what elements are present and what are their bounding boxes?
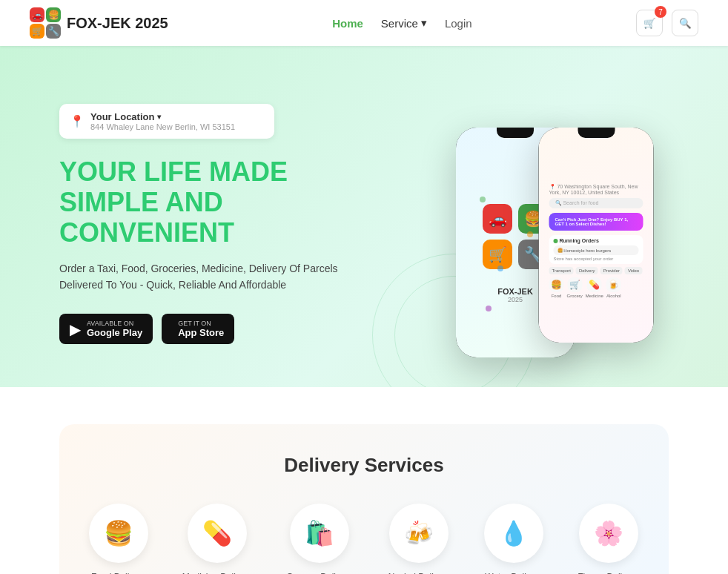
flower-delivery-icon: 🌸 — [594, 519, 623, 547]
search-icon: 🔍 — [679, 18, 692, 29]
google-play-icon: ▶ — [70, 320, 81, 338]
service-circle-medicine: 💊 — [188, 504, 247, 563]
service-circle-alcohol: 🍻 — [389, 504, 449, 563]
delivery-card: Delivery Services 🍔 Food Delivery 💊 Medi… — [59, 424, 669, 574]
p2-search-bar: 🔍 Search for food — [549, 198, 643, 208]
delivery-section-title: Delivery Services — [89, 454, 639, 477]
p2-order-item: 🍔 Homestyle hero burgers — [554, 245, 639, 255]
service-item-medicine: 💊 Medicine Delivery — [182, 504, 253, 574]
search-button[interactable]: 🔍 — [672, 10, 698, 36]
grocery-delivery-icon: 🛍️ — [305, 519, 334, 547]
p2-order-status: Store has accepted your order — [554, 257, 639, 261]
p2-running-title: Running Orders — [554, 238, 639, 243]
hero-title-line2: SIMPLE AND — [59, 187, 371, 217]
service-item-alcohol: 🍻 Alcohol Delivery — [387, 504, 451, 574]
location-address: 844 Whaley Lane New Berlin, WI 53151 — [90, 122, 235, 131]
phone-notch-main — [497, 128, 534, 138]
running-dot-icon — [554, 239, 558, 243]
p2-cat-transport: Transport — [549, 267, 574, 274]
service-item-grocery: 🛍️ Grocery Delivery — [286, 504, 352, 574]
water-delivery-icon: 💧 — [499, 519, 529, 547]
google-play-big: Google Play — [87, 327, 142, 338]
p2-categories: Transport Delivery Provider Video — [549, 267, 643, 274]
service-label: Service — [381, 17, 418, 30]
p2-food-alcohol: 🍺 Alcohol — [606, 277, 621, 298]
location-pin-icon: 📍 — [70, 114, 85, 128]
logo-tile-2: 🍔 — [46, 7, 61, 22]
logo-tile-1: 🚗 — [30, 7, 44, 22]
location-chevron-icon: ▾ — [157, 113, 161, 121]
cart-icon: 🛒 — [643, 18, 656, 29]
hero-title-line3: CONVENIENT — [59, 217, 371, 248]
service-item-food: 🍔 Food Delivery — [89, 504, 148, 574]
medicine-icon: 💊 — [587, 277, 602, 292]
p2-promo-banner: Can't Pick Just One? Enjoy BUY 1, GET 1 … — [549, 213, 643, 231]
p2-cat-video: Video — [625, 267, 642, 274]
food-icon: 🍔 — [549, 277, 564, 292]
nav-login[interactable]: Login — [445, 17, 472, 30]
service-icons-grid: 🍔 Food Delivery 💊 Medicine Delivery 🛍️ G… — [89, 504, 639, 574]
service-circle-flower: 🌸 — [579, 504, 638, 563]
medicine-delivery-icon: 💊 — [202, 519, 232, 547]
service-circle-grocery: 🛍️ — [290, 504, 349, 563]
location-input[interactable]: 📍 Your Location ▾ 844 Whaley Lane New Be… — [59, 104, 274, 139]
grocery-icon: 🛒 — [567, 277, 582, 292]
p2-running-orders: Running Orders 🍔 Homestyle hero burgers … — [549, 235, 643, 264]
logo-tile-4: 🔧 — [46, 24, 61, 39]
google-play-small: AVAILABLE ON — [87, 320, 142, 327]
phone-mockup-secondary: 📍 70 Washington Square South, New York, … — [539, 128, 654, 343]
app-store-button[interactable]: GET IT ON App Store — [162, 314, 234, 344]
phone-notch-secondary — [578, 128, 615, 138]
hero-phones: 🚗 🍔 🛒 🔧 FOX-JEK 2025 📍 70 Washington Squ… — [371, 83, 684, 365]
service-circle-food: 🍔 — [89, 504, 148, 563]
p2-location-header: 📍 70 Washington Square South, New York, … — [549, 184, 643, 195]
location-text: Your Location ▾ 844 Whaley Lane New Berl… — [90, 111, 235, 131]
logo-icon: 🚗 🍔 🛒 🔧 — [30, 7, 61, 39]
app-store-small: GET IT ON — [178, 320, 224, 327]
hero-description: Order a Taxi, Food, Groceries, Medicine,… — [59, 260, 371, 294]
alcohol-delivery-icon: 🍻 — [404, 519, 434, 547]
p2-food-food: 🍔 Food — [549, 277, 564, 298]
hero-title-line1: YOUR LIFE MADE — [59, 156, 371, 187]
navbar: 🚗 🍔 🛒 🔧 FOX-JEK 2025 Home Service ▾ Logi… — [0, 0, 728, 46]
p2-food-medicine: 💊 Medicine — [586, 277, 603, 298]
app-store-big: App Store — [178, 327, 224, 338]
service-circle-water: 💧 — [484, 504, 543, 563]
food-delivery-icon: 🍔 — [104, 519, 133, 547]
nav-links: Home Service ▾ Login — [332, 16, 471, 30]
service-item-water: 💧 Water Delivery — [484, 504, 543, 574]
p2-cat-provider: Provider — [600, 267, 623, 274]
service-item-flower: 🌸 Flower Delivery — [578, 504, 639, 574]
nav-home[interactable]: Home — [332, 17, 363, 30]
google-play-button[interactable]: ▶ AVAILABLE ON Google Play — [59, 314, 153, 344]
logo-tile-3: 🛒 — [30, 24, 44, 39]
cart-badge: 7 — [655, 6, 666, 18]
nav-actions: 🛒 7 🔍 — [636, 10, 698, 36]
delivery-section: Delivery Services 🍔 Food Delivery 💊 Medi… — [0, 387, 728, 574]
p2-cat-delivery: Delivery — [576, 267, 598, 274]
hero-title: YOUR LIFE MADE SIMPLE AND CONVENIENT — [59, 156, 371, 248]
alcohol-icon: 🍺 — [606, 277, 621, 292]
logo: 🚗 🍔 🛒 🔧 FOX-JEK 2025 — [30, 7, 168, 39]
p2-food-grocery: 🛒 Grocery — [567, 277, 583, 298]
p2-food-row: 🍔 Food 🛒 Grocery 💊 Medicine 🍺 — [549, 277, 643, 298]
chevron-down-icon: ▾ — [421, 16, 427, 30]
location-label: Your Location ▾ — [90, 111, 235, 122]
cart-button[interactable]: 🛒 7 — [636, 10, 663, 36]
phone-secondary-content: 📍 70 Washington Square South, New York, … — [539, 174, 654, 309]
logo-title: FOX-JEK 2025 — [67, 15, 168, 32]
location-label-text: Your Location — [90, 111, 154, 122]
hero-section: 📍 Your Location ▾ 844 Whaley Lane New Be… — [0, 46, 728, 387]
phone-secondary-screen: 📍 70 Washington Square South, New York, … — [539, 128, 654, 343]
hero-cta-buttons: ▶ AVAILABLE ON Google Play GET IT ON App… — [59, 314, 371, 344]
hero-content: 📍 Your Location ▾ 844 Whaley Lane New Be… — [59, 104, 371, 345]
nav-service-dropdown[interactable]: Service ▾ — [381, 16, 427, 30]
